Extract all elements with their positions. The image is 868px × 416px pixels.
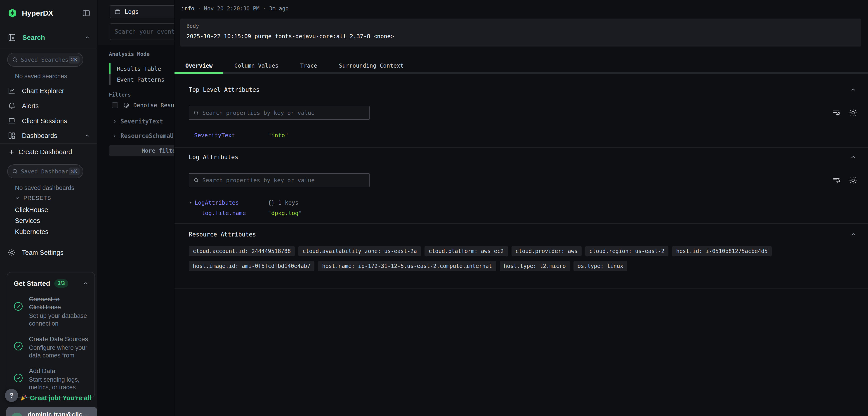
step-description: Start sending logs, metrics, or traces <box>29 376 90 391</box>
event-search-input[interactable] <box>110 23 174 40</box>
chevron-up-icon[interactable] <box>850 154 857 160</box>
resource-pill[interactable]: host.type: t2.micro <box>500 261 570 271</box>
more-filters-button[interactable]: More filters <box>109 145 174 156</box>
resource-pill[interactable]: host.id: i-0510b81275acbe4d5 <box>672 246 772 257</box>
chevron-up-icon[interactable] <box>84 132 90 139</box>
sidebar-item-client-sessions[interactable]: Client Sessions <box>7 114 90 128</box>
divider <box>0 48 97 48</box>
wrap-lines-icon[interactable] <box>832 176 841 185</box>
mode-event-patterns[interactable]: Event Patterns <box>109 74 174 85</box>
caret-down-icon[interactable] <box>189 201 192 205</box>
gear-icon[interactable] <box>848 176 858 185</box>
gear-icon[interactable] <box>848 108 858 117</box>
user-menu[interactable]: D dominic.tran@clic... dominic.tran@clic… <box>6 407 97 416</box>
sidebar-item-team-settings[interactable]: Team Settings <box>7 248 64 257</box>
property-search-field[interactable] <box>202 177 365 184</box>
sidebar-item-chart-explorer[interactable]: Chart Explorer <box>7 84 90 98</box>
create-dashboard-button[interactable]: Create Dashboard <box>8 148 72 156</box>
logo-row: HyperDX <box>7 8 91 18</box>
log-attributes-toolbar <box>189 173 858 187</box>
attribute-value[interactable]: "info" <box>268 132 288 139</box>
resource-pill[interactable]: cloud.region: us-east-2 <box>585 246 669 257</box>
detail-tabs: Overview Column Values Trace Surrounding… <box>175 59 868 72</box>
dashboard-grid-icon <box>7 131 16 140</box>
denoise-filter: Denoise Results <box>112 102 174 109</box>
chevron-up-icon[interactable] <box>84 34 90 41</box>
get-started-header: Get Started 3/3 <box>7 272 94 291</box>
bell-icon <box>7 101 16 110</box>
saved-dashboards-field[interactable] <box>21 168 69 175</box>
avatar: D <box>11 413 23 416</box>
step-title: Create Data Sources <box>29 335 90 343</box>
attribute-row: SeverityText "info" <box>189 132 288 139</box>
resource-pill[interactable]: cloud.platform: aws_ec2 <box>425 246 508 257</box>
sidebar-item-label: Client Sessions <box>22 117 67 125</box>
denoise-label: Denoise Results <box>133 102 174 109</box>
tab-overview[interactable]: Overview <box>175 59 223 72</box>
sidebar-item-dashboards[interactable]: Dashboards <box>7 129 90 143</box>
event-detail-drawer: info·Nov 20 2:20:30 PM·3m ago Body 2025-… <box>174 0 868 416</box>
hyperdx-logo-icon <box>7 8 18 18</box>
saved-searches-field[interactable] <box>21 57 69 63</box>
tab-trace[interactable]: Trace <box>289 59 328 72</box>
sidebar-item-search[interactable]: Search <box>7 33 90 42</box>
attribute-key[interactable]: LogAttributes <box>195 200 268 206</box>
preset-clickhouse[interactable]: ClickHouse <box>15 205 48 215</box>
collapse-sidebar-icon[interactable] <box>82 8 91 18</box>
denoise-checkbox[interactable] <box>112 102 118 108</box>
chevron-up-icon[interactable] <box>850 231 857 238</box>
preset-kubernetes[interactable]: Kubernetes <box>15 227 49 237</box>
mode-results-table[interactable]: Results Table <box>109 63 174 74</box>
preset-services[interactable]: Services <box>15 215 40 226</box>
get-started-card: Get Started 3/3 Connect to ClickHouse Se… <box>7 272 95 398</box>
resource-pill[interactable]: cloud.account.id: 244449518788 <box>189 246 295 257</box>
step-title: Add Data <box>29 367 90 375</box>
presets-toggle[interactable]: PRESETS <box>14 195 51 201</box>
get-started-item-add-data[interactable]: Add Data Start sending logs, metrics, or… <box>7 362 94 394</box>
sidebar-item-label: Search <box>22 34 45 41</box>
sidebar-item-alerts[interactable]: Alerts <box>7 99 90 113</box>
body-text: 2025-10-22 10:15:09 purge fonts-dejavu-c… <box>186 33 855 39</box>
get-started-item-connect[interactable]: Connect to ClickHouse Set up your databa… <box>7 291 94 330</box>
active-tab-underline <box>175 72 223 74</box>
help-button[interactable]: ? <box>5 389 18 402</box>
search-icon <box>193 110 199 116</box>
get-started-item-sources[interactable]: Create Data Sources Configure where your… <box>7 330 94 362</box>
property-search[interactable] <box>189 173 370 187</box>
divider <box>175 289 868 289</box>
resource-pill[interactable]: host.image.id: ami-0f5fcdfbd140e4ab7 <box>189 261 314 271</box>
attribute-value[interactable]: "dpkg.log" <box>268 210 302 216</box>
property-search-field[interactable] <box>202 110 365 116</box>
chevron-up-icon[interactable] <box>850 86 857 93</box>
filter-group-resourceschemaurl[interactable]: ResourceSchemaUrl <box>112 132 174 139</box>
source-select[interactable]: Logs <box>110 5 174 18</box>
property-search[interactable] <box>189 106 370 120</box>
user-name: dominic.tran@clic... <box>28 411 86 416</box>
analysis-mode-label: Analysis Mode <box>109 51 150 57</box>
resource-pill[interactable]: cloud.provider: aws <box>512 246 582 257</box>
top-level-attributes-header: Top Level Attributes <box>189 86 857 93</box>
attribute-key[interactable]: log.file.name <box>202 210 268 216</box>
divider <box>175 147 868 148</box>
resource-pill[interactable]: os.type: linux <box>574 261 627 271</box>
chevron-up-icon[interactable] <box>82 280 89 287</box>
resource-pill[interactable]: host.name: ip-172-31-12-5.us-east-2.comp… <box>318 261 496 271</box>
sidebar-item-label: Chart Explorer <box>22 87 64 95</box>
tab-surrounding-context[interactable]: Surrounding Context <box>328 59 414 72</box>
saved-dashboards-input[interactable]: ⌘K <box>7 165 83 178</box>
group-meta: {} 1 keys <box>268 200 298 206</box>
sidebar: HyperDX Search ⌘K No saved searches Char… <box>0 0 97 416</box>
shortcut-badge: ⌘K <box>69 168 80 175</box>
logs-search-panel: Logs Analysis Mode Results Table Event P… <box>98 0 174 416</box>
attribute-key[interactable]: SeverityText <box>194 132 268 139</box>
tab-column-values[interactable]: Column Values <box>223 59 289 72</box>
check-circle-icon <box>13 341 24 359</box>
severity-label: info <box>181 5 194 12</box>
wrap-lines-icon[interactable] <box>832 108 841 117</box>
section-title: Resource Attributes <box>189 231 256 238</box>
saved-searches-input[interactable]: ⌘K <box>7 53 83 67</box>
resource-pill[interactable]: cloud.availability_zone: us-east-2a <box>298 246 421 257</box>
laptop-icon <box>7 117 16 125</box>
filter-group-severitytext[interactable]: SeverityText <box>112 118 163 125</box>
chevron-down-icon <box>14 195 20 201</box>
